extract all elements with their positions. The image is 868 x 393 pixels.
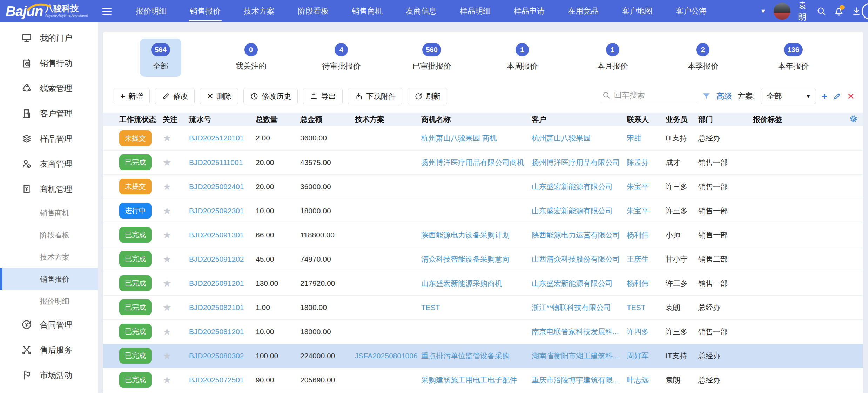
sidebar-opportunity-mgmt[interactable]: 商机管理	[0, 177, 98, 202]
nav-customer-pool[interactable]: 客户公海	[664, 0, 718, 22]
stat-this-quarter[interactable]: 2 本季报价	[682, 39, 724, 77]
scheme-edit-button[interactable]	[833, 92, 841, 101]
cell-opp[interactable]: 清众科技智能设备采购意向	[421, 255, 510, 263]
favorite-star-icon[interactable]: ★	[163, 351, 171, 361]
sidebar-sub-tech-proposals[interactable]: 技术方案	[0, 246, 98, 268]
nav-sales-quotes[interactable]: 销售报价	[178, 0, 232, 22]
col-header-qty[interactable]: 总数量	[256, 113, 300, 126]
cell-serial[interactable]: BJD2025091202	[189, 255, 244, 263]
search-icon[interactable]	[816, 6, 826, 16]
cell-contact[interactable]: 杨利伟	[627, 231, 649, 239]
nav-overflow-caret-icon[interactable]: ▼	[760, 8, 766, 14]
download-icon[interactable]	[852, 6, 861, 16]
refresh-button[interactable]: 刷新	[408, 88, 447, 104]
cell-serial[interactable]: BJD2025072501	[189, 376, 244, 384]
favorite-star-icon[interactable]: ★	[163, 230, 171, 240]
nav-stage-board[interactable]: 阶段看板	[286, 0, 340, 22]
favorite-star-icon[interactable]: ★	[163, 181, 171, 192]
user-avatar[interactable]	[774, 3, 790, 20]
sidebar-sub-stage-board[interactable]: 阶段看板	[0, 224, 98, 246]
cell-contact[interactable]: 陈孟芬	[627, 158, 649, 166]
notifications-bell-icon[interactable]	[834, 6, 844, 16]
cell-contact[interactable]: TEST	[627, 303, 646, 311]
cell-customer[interactable]: 陕西能源电力运营有限公司	[532, 231, 620, 239]
add-button[interactable]: +新增	[114, 88, 150, 104]
col-header-status[interactable]: 工作流状态	[103, 113, 163, 126]
sidebar-aftersales-service[interactable]: 售后服务	[0, 337, 98, 363]
col-header-customer[interactable]: 客户	[532, 113, 627, 126]
download-attachments-button[interactable]: 下载附件	[348, 88, 402, 104]
sidebar-sales-actions[interactable]: 销售行动	[0, 50, 98, 76]
stat-approved[interactable]: 560 已审批报价	[411, 39, 452, 77]
sidebar-contract-mgmt[interactable]: 合同管理	[0, 312, 98, 337]
sidebar-customer-mgmt[interactable]: 客户管理	[0, 101, 98, 126]
nav-sample-details[interactable]: 样品明细	[448, 0, 502, 22]
col-header-amount[interactable]: 总金额	[300, 113, 355, 126]
cell-customer[interactable]: 山东盛宏新能源有限公司	[532, 207, 613, 215]
scheme-add-button[interactable]: +	[822, 91, 827, 101]
cell-contact[interactable]: 宋甜	[627, 134, 641, 142]
cell-customer[interactable]: 山东盛宏新能源有限公司	[532, 279, 613, 287]
nav-tech-proposals[interactable]: 技术方案	[232, 0, 286, 22]
col-header-serial[interactable]: 流水号	[189, 113, 256, 126]
cell-opp[interactable]: 重点排污单位监管设备采购	[421, 352, 510, 360]
delete-button[interactable]: ✕删除	[200, 88, 238, 104]
cell-customer[interactable]: 山西清众科技股份有限公司	[532, 255, 620, 263]
table-row[interactable]: 未提交★BJD202509240120.0036000.00山东盛宏新能源有限公…	[103, 174, 863, 199]
sidebar-leads-mgmt[interactable]: 线索管理	[0, 76, 98, 101]
cell-customer[interactable]: 扬州博洋医疗用品有限公司	[532, 158, 620, 166]
col-header-contact[interactable]: 联系人	[627, 113, 666, 126]
cell-serial[interactable]: BJD2025091301	[189, 231, 244, 239]
scheme-delete-button[interactable]: ✕	[847, 92, 855, 101]
table-row[interactable]: 已完成★BJD2025080302100.00224000.00JSFA2025…	[103, 344, 863, 368]
table-row[interactable]: 已完成★BJD202509120245.0074970.00清众科技智能设备采购…	[103, 247, 863, 271]
scheme-select[interactable]: 全部 ▼	[761, 89, 816, 104]
edit-button[interactable]: 修改	[155, 88, 195, 104]
nav-competing-products[interactable]: 在用竞品	[556, 0, 610, 22]
cell-serial[interactable]: BJD2025082101	[189, 303, 244, 311]
export-button[interactable]: 导出	[303, 88, 343, 104]
cell-contact[interactable]: 朱宝平	[627, 182, 649, 191]
favorite-star-icon[interactable]: ★	[163, 133, 171, 143]
cell-contact[interactable]: 杨利伟	[627, 279, 649, 287]
cell-serial[interactable]: BJD2025111001	[189, 158, 243, 166]
favorite-star-icon[interactable]: ★	[163, 326, 171, 337]
advanced-search-link[interactable]: 高级	[716, 91, 732, 102]
sidebar-sub-quote-details[interactable]: 报价明细	[0, 290, 98, 312]
favorite-star-icon[interactable]: ★	[163, 278, 171, 289]
cell-customer[interactable]: 湖南省衡阳市湖工建筑科...	[532, 352, 619, 360]
cell-tech[interactable]: JSFA20250801006	[355, 352, 418, 360]
sidebar-market-activities[interactable]: 市场活动	[0, 363, 98, 388]
nav-customer-map[interactable]: 客户地图	[610, 0, 664, 22]
cell-opp[interactable]: 陕西能源电力设备采购计划	[421, 231, 510, 239]
cell-serial[interactable]: BJD2025091201	[189, 279, 244, 287]
cell-opp[interactable]: 杭州萧山八骏果园 商机	[421, 134, 497, 142]
cell-opp[interactable]: 采购建筑施工用电工电子配件	[421, 376, 517, 384]
cell-opp[interactable]: 山东盛宏新能源采购商机	[421, 279, 502, 287]
cell-contact[interactable]: 朱宝平	[627, 207, 649, 215]
table-row[interactable]: 进行中★BJD202509230110.0018000.00山东盛宏新能源有限公…	[103, 199, 863, 223]
col-header-opp[interactable]: 商机名称	[421, 113, 532, 126]
col-header-sales[interactable]: 业务员	[666, 113, 698, 126]
table-row[interactable]: 已完成★BJD202509130166.00118800.00陕西能源电力设备采…	[103, 223, 863, 247]
col-header-tech[interactable]: 技术方案	[355, 113, 421, 126]
stat-this-year[interactable]: 136 本年报价	[773, 39, 814, 77]
cell-customer[interactable]: 浙江**物联科技有限公司	[532, 303, 611, 311]
cell-serial[interactable]: BJD2025092401	[189, 182, 244, 191]
sidebar-my-portal[interactable]: 我的门户	[0, 25, 98, 50]
search-input[interactable]	[614, 91, 688, 100]
cell-customer[interactable]: 山东盛宏新能源有限公司	[532, 182, 613, 191]
stat-my-followed[interactable]: 0 我关注的	[230, 39, 272, 77]
nav-sales-opportunities[interactable]: 销售商机	[340, 0, 394, 22]
cell-contact[interactable]: 许四多	[627, 328, 649, 336]
nav-quote-details[interactable]: 报价明细	[124, 0, 178, 22]
stat-pending-approval[interactable]: 4 待审批报价	[321, 39, 362, 77]
cell-customer[interactable]: 南京电联管家科技发展科...	[532, 328, 619, 336]
cell-serial[interactable]: BJD2025092301	[189, 207, 244, 215]
cell-contact[interactable]: 叶志远	[627, 376, 649, 384]
cell-customer[interactable]: 重庆市涪陵博宇建筑有限...	[532, 376, 619, 384]
filter-funnel-icon[interactable]	[702, 92, 711, 101]
cell-serial[interactable]: BJD2025081201	[189, 328, 244, 336]
table-row[interactable]: 已完成★BJD202508120110.0018000.00南京电联管家科技发展…	[103, 319, 863, 344]
table-row[interactable]: 已完成★BJD202507250190.00205690.00采购建筑施工用电工…	[103, 368, 863, 392]
